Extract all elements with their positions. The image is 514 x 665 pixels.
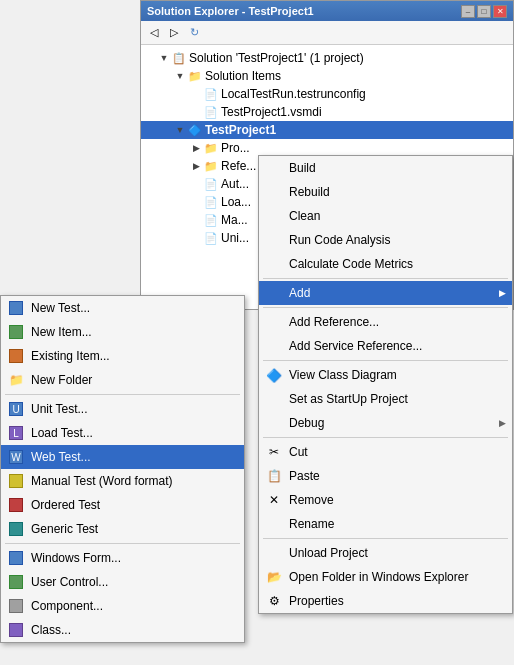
build-icon [263,159,285,177]
solution-items-icon: 📁 [187,68,203,84]
menu-item-set-startup[interactable]: Set as StartUp Project [259,387,512,411]
open-folder-label: Open Folder in Windows Explorer [285,570,506,584]
menu-item-rebuild[interactable]: Rebuild [259,180,512,204]
component-label: Component... [27,599,238,613]
load-test-icon: L [5,424,27,442]
remove-label: Remove [285,493,506,507]
menu-item-add-service-reference[interactable]: Add Service Reference... [259,334,512,358]
new-folder-icon: 📁 [5,371,27,389]
menu-item-existing-item[interactable]: Existing Item... [1,344,244,368]
tree-item-vsmdi[interactable]: 📄 TestProject1.vsmdi [141,103,513,121]
menu-item-manual-test[interactable]: Manual Test (Word format) [1,469,244,493]
menu-item-view-class-diagram[interactable]: 🔷 View Class Diagram [259,363,512,387]
view-class-diagram-label: View Class Diagram [285,368,506,382]
rebuild-icon [263,183,285,201]
solution-icon: 📋 [171,50,187,66]
class-label: Class... [27,623,238,637]
unit-test-label: Unit Test... [27,402,238,416]
menu-item-windows-form[interactable]: Windows Form... [1,546,244,570]
add-service-ref-icon [263,337,285,355]
remove-icon: ✕ [263,491,285,509]
tree-item-testrunconfig[interactable]: 📄 LocalTestRun.testrunconfig [141,85,513,103]
expand-icon: ▼ [157,51,171,65]
menu-item-user-control[interactable]: User Control... [1,570,244,594]
window-title: Solution Explorer - TestProject1 [147,5,314,17]
vsmdi-label: TestProject1.vsmdi [221,105,322,119]
user-control-icon [5,573,27,591]
menu-item-debug[interactable]: Debug ▶ [259,411,512,435]
solution-label: Solution 'TestProject1' (1 project) [189,51,364,65]
view-class-diagram-icon: 🔷 [263,366,285,384]
aut-icon: 📄 [203,176,219,192]
new-test-icon [5,299,27,317]
new-test-label: New Test... [27,301,238,315]
menu-item-generic-test[interactable]: Generic Test [1,517,244,541]
close-button[interactable]: ✕ [493,5,507,18]
loa-icon: 📄 [203,194,219,210]
existing-item-label: Existing Item... [27,349,238,363]
unload-label: Unload Project [285,546,506,560]
menu-item-calculate-code-metrics[interactable]: Calculate Code Metrics [259,252,512,276]
add-icon [263,284,285,302]
menu-item-load-test[interactable]: L Load Test... [1,421,244,445]
menu-item-paste[interactable]: 📋 Paste [259,464,512,488]
menu-item-add-reference[interactable]: Add Reference... [259,310,512,334]
rename-icon [263,515,285,533]
menu-item-open-folder[interactable]: 📂 Open Folder in Windows Explorer [259,565,512,589]
refresh-icon[interactable]: ↻ [185,24,203,42]
menu-item-new-item[interactable]: New Item... [1,320,244,344]
tree-item-solution[interactable]: ▼ 📋 Solution 'TestProject1' (1 project) [141,49,513,67]
separator-3 [263,360,508,361]
expand-icon-tp1: ▼ [173,123,187,137]
set-startup-label: Set as StartUp Project [285,392,506,406]
clean-label: Clean [285,209,506,223]
tree-item-solution-items[interactable]: ▼ 📁 Solution Items [141,67,513,85]
manual-test-icon [5,472,27,490]
generic-test-label: Generic Test [27,522,238,536]
add-service-ref-label: Add Service Reference... [285,339,506,353]
menu-item-rename[interactable]: Rename [259,512,512,536]
menu-item-unit-test[interactable]: U Unit Test... [1,397,244,421]
calc-metrics-icon [263,255,285,273]
menu-item-web-test[interactable]: W Web Test... [1,445,244,469]
menu-item-cut[interactable]: ✂ Cut [259,440,512,464]
new-item-label: New Item... [27,325,238,339]
minimize-button[interactable]: – [461,5,475,18]
menu-item-component[interactable]: Component... [1,594,244,618]
menu-item-add[interactable]: Add ▶ [259,281,512,305]
menu-item-properties[interactable]: ⚙ Properties [259,589,512,613]
debug-submenu-arrow: ▶ [499,418,506,428]
leaf-icon [189,87,203,101]
set-startup-icon [263,390,285,408]
separator-1 [263,278,508,279]
pro-icon: 📁 [203,140,219,156]
loa-label: Loa... [221,195,251,209]
forward-icon[interactable]: ▷ [165,24,183,42]
ordered-test-icon [5,496,27,514]
open-folder-icon: 📂 [263,568,285,586]
menu-item-ordered-test[interactable]: Ordered Test [1,493,244,517]
menu-item-remove[interactable]: ✕ Remove [259,488,512,512]
add-submenu: New Test... New Item... Existing Item...… [0,295,245,643]
menu-item-unload-project[interactable]: Unload Project [259,541,512,565]
properties-label: Properties [285,594,506,608]
new-folder-label: New Folder [27,373,238,387]
debug-label: Debug [285,416,499,430]
menu-item-clean[interactable]: Clean [259,204,512,228]
load-test-label: Load Test... [27,426,238,440]
rebuild-label: Rebuild [285,185,506,199]
cut-label: Cut [285,445,506,459]
ma-icon: 📄 [203,212,219,228]
menu-item-new-test[interactable]: New Test... [1,296,244,320]
menu-item-class[interactable]: Class... [1,618,244,642]
tree-item-testproject1[interactable]: ▼ 🔷 TestProject1 [141,121,513,139]
back-icon[interactable]: ◁ [145,24,163,42]
menu-item-build[interactable]: Build [259,156,512,180]
pro-label: Pro... [221,141,250,155]
menu-item-new-folder[interactable]: 📁 New Folder [1,368,244,392]
menu-item-run-code-analysis[interactable]: Run Code Analysis [259,228,512,252]
maximize-button[interactable]: □ [477,5,491,18]
separator-4 [263,437,508,438]
uni-icon: 📄 [203,230,219,246]
debug-icon [263,414,285,432]
